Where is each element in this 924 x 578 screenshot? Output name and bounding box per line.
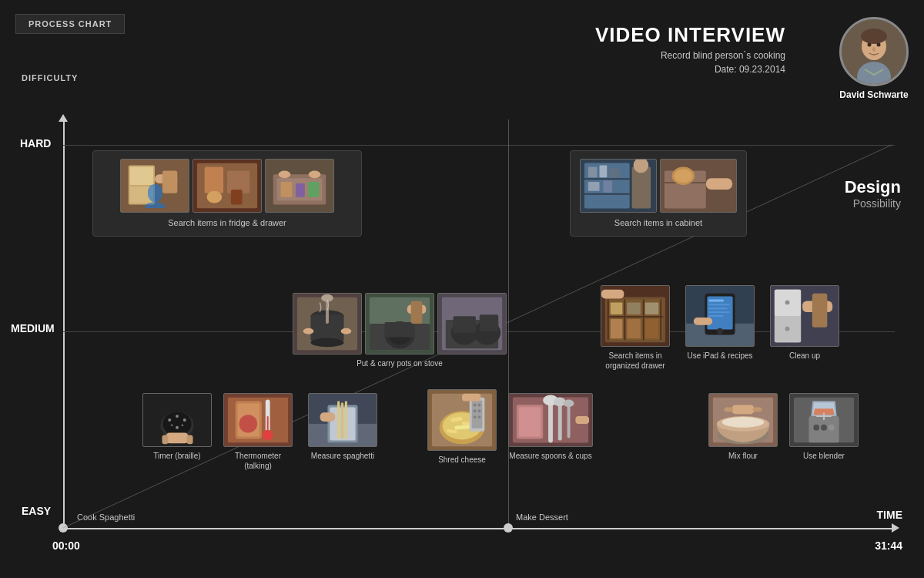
thumb-pot1-wrap — [293, 293, 362, 355]
header-tab: PROCESS CHART — [15, 14, 125, 34]
cleanup-svg — [771, 285, 839, 347]
svg-point-163 — [722, 417, 765, 428]
svg-point-110 — [171, 424, 173, 426]
svg-rect-79 — [645, 302, 659, 314]
thumb-cabinet2-group — [660, 159, 737, 213]
svg-point-108 — [183, 418, 186, 422]
thumb-pot3-wrap — [437, 293, 507, 355]
flour-group: Mix flour — [708, 393, 778, 461]
svg-rect-24 — [296, 183, 305, 197]
svg-rect-166 — [753, 407, 762, 412]
blender-svg — [790, 393, 858, 447]
task-cook: Cook Spaghetti — [77, 512, 135, 522]
thumb-cleanup-wrap — [770, 285, 839, 347]
svg-point-52 — [303, 328, 314, 334]
video-interview-section: VIDEO INTERVIEW Record blind person`s co… — [595, 23, 785, 75]
fridge-label: Search items in fridge & drawer — [101, 217, 353, 228]
svg-rect-81 — [627, 319, 641, 338]
task-dessert: Make Dessert — [516, 512, 568, 522]
svg-point-109 — [176, 426, 179, 429]
svg-rect-59 — [384, 322, 414, 338]
spaghetti-svg — [309, 393, 377, 447]
y-axis-label: DIFFICULTY — [22, 73, 78, 82]
cabinet-box: Search items in cabinet — [570, 150, 747, 237]
svg-rect-25 — [308, 182, 320, 197]
svg-rect-75 — [660, 299, 661, 340]
svg-point-53 — [341, 328, 352, 334]
cleanup-group: Clean up — [770, 285, 839, 361]
fridge-drawer-box: Search items in fridge & drawer — [92, 150, 362, 237]
svg-point-4 — [868, 43, 872, 47]
svg-point-111 — [181, 424, 183, 426]
svg-rect-82 — [645, 319, 659, 338]
pots-thumb-row — [293, 293, 507, 355]
svg-rect-165 — [725, 407, 734, 412]
svg-rect-73 — [624, 299, 625, 340]
svg-rect-30 — [584, 178, 630, 180]
pots-label: Put & carry pots on stove — [293, 358, 507, 368]
svg-rect-32 — [588, 167, 598, 178]
svg-rect-129 — [345, 402, 347, 439]
thumb-shred — [427, 389, 497, 451]
svg-rect-92 — [708, 315, 724, 317]
svg-point-107 — [176, 415, 179, 418]
thumb-fridge2-group — [192, 159, 262, 213]
svg-rect-16 — [205, 167, 223, 193]
svg-rect-94 — [694, 318, 712, 325]
design-text: Design — [845, 177, 901, 197]
svg-rect-152 — [548, 401, 553, 442]
blender-label: Use blender — [789, 451, 859, 461]
thumb-timer — [142, 393, 212, 447]
thumb-pot1 — [293, 293, 362, 355]
ipad-label: Use iPad & recipes — [685, 351, 755, 361]
x-axis-arrow — [892, 523, 899, 533]
thumb-flour — [708, 393, 778, 447]
pot3-svg — [438, 293, 506, 355]
svg-point-2 — [861, 29, 887, 44]
svg-point-5 — [877, 43, 881, 47]
svg-rect-112 — [166, 433, 188, 444]
thumb-cabinet2 — [660, 159, 737, 213]
svg-rect-102 — [812, 294, 828, 328]
svg-rect-89 — [708, 304, 729, 305]
svg-point-93 — [717, 328, 723, 334]
thumb-pot2-wrap — [365, 293, 434, 355]
thumb-fridge2 — [192, 159, 262, 213]
flour-label: Mix flour — [708, 451, 778, 461]
svg-rect-72 — [608, 299, 609, 340]
hard-line — [63, 145, 895, 146]
subtitle: Record blind person`s cooking — [595, 50, 785, 61]
svg-rect-61 — [411, 301, 423, 324]
svg-rect-88 — [708, 299, 724, 301]
svg-rect-34 — [609, 168, 620, 177]
person-svg — [842, 19, 906, 84]
svg-rect-35 — [588, 182, 600, 191]
date: Date: 09.23.2014 — [595, 64, 785, 75]
x-axis-line — [63, 528, 895, 529]
shred-group: Shred cheese — [427, 389, 497, 465]
medium-label: MEDIUM — [11, 322, 55, 334]
svg-point-26 — [279, 170, 291, 178]
spoons-svg — [509, 393, 592, 447]
thermo-label: Thermometer (talking) — [223, 451, 293, 471]
svg-point-144 — [478, 409, 481, 412]
flour-svg — [709, 393, 777, 447]
cabinet-label: Search items in cabinet — [578, 217, 738, 228]
svg-rect-31 — [584, 193, 630, 195]
svg-rect-78 — [627, 302, 641, 314]
svg-rect-91 — [708, 311, 729, 313]
svg-rect-74 — [643, 299, 644, 340]
svg-rect-114 — [187, 435, 193, 445]
spoons-group: Measure spoons & cups — [508, 393, 593, 461]
svg-point-49 — [310, 338, 343, 348]
design-label: Design Possibility — [845, 177, 901, 210]
thermo-group: Thermometer (talking) — [223, 393, 293, 471]
svg-point-145 — [474, 415, 477, 418]
svg-rect-122 — [267, 416, 269, 435]
time-label: TIME — [877, 509, 902, 521]
svg-point-142 — [478, 403, 481, 406]
drawer-svg — [601, 285, 669, 347]
svg-rect-77 — [611, 302, 623, 314]
time-start: 00:00 — [52, 539, 80, 552]
svg-rect-158 — [575, 416, 589, 424]
